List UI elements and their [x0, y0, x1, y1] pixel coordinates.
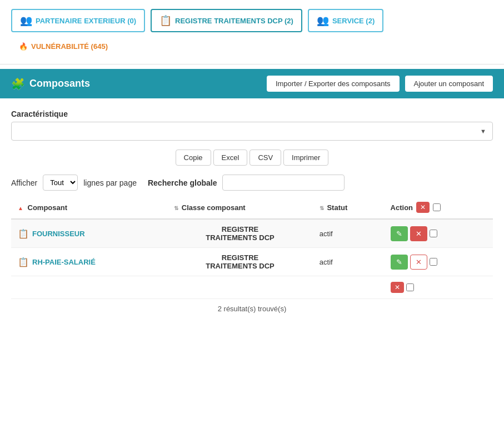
composant-cell-1: 📋 FOURNISSEUR [11, 219, 167, 248]
delete-empty-button[interactable]: ✕ [391, 282, 404, 293]
col-statut: ⇅ Statut [313, 196, 384, 219]
action-header: Action ✕ [391, 202, 486, 213]
classe-cell-2: REGISTRETRAITEMENTS DCP [167, 248, 313, 276]
page-size-select[interactable]: Tout 10 25 50 100 [43, 175, 78, 191]
composant-cell-2: 📋 RH-PAIE-SALARIÉ [11, 248, 167, 276]
row-checkbox-2[interactable] [430, 258, 437, 266]
col-action: Action ✕ [384, 196, 493, 219]
delete-outline-button-2[interactable]: ✕ [410, 255, 427, 270]
action-cell-1: ✎ ✕ [384, 219, 493, 248]
section-title: 🧩 Composants [11, 77, 90, 91]
composant-edit-icon-1: 📋 [18, 228, 29, 239]
table-row: 📋 RH-PAIE-SALARIÉ REGISTRETRAITEMENTS DC… [11, 248, 493, 276]
excel-button[interactable]: Excel [213, 150, 248, 166]
imprimer-button[interactable]: Imprimer [283, 150, 328, 166]
delete-button-1[interactable]: ✕ [410, 226, 427, 241]
sort-statut-icon: ⇅ [320, 205, 324, 211]
delete-all-button[interactable]: ✕ [416, 202, 430, 213]
sort-asc-icon: ▲ [18, 205, 23, 211]
row-checkbox-empty[interactable] [406, 283, 414, 291]
table-controls: Afficher Tout 10 25 50 100 lignes par pa… [11, 175, 493, 191]
empty-cell-3 [313, 276, 384, 299]
caracteristique-select-wrapper [11, 122, 493, 141]
partenaire-icon: 👥 [20, 14, 32, 27]
action-cell-2: ✎ ✕ [384, 248, 493, 276]
select-all-checkbox[interactable] [433, 203, 441, 211]
vulnerabilite-icon: 🔥 [19, 42, 28, 51]
nav-service[interactable]: 👥 SERVICE (2) [308, 9, 383, 32]
recherche-label: Recherche globale [148, 178, 217, 187]
nav-vulnerabilite[interactable]: 🔥 VULNÉRABILITÉ (645) [11, 38, 116, 55]
table-empty-row: ✕ [11, 276, 493, 299]
composant-name-2: RH-PAIE-SALARIÉ [32, 258, 96, 266]
caracteristique-select[interactable] [11, 122, 493, 141]
classe-cell-1: REGISTRETRAITEMENTS DCP [167, 219, 313, 248]
section-header: 🧩 Composants Importer / Exporter des com… [0, 69, 504, 98]
copie-button[interactable]: Copie [176, 150, 211, 166]
empty-cell-1 [11, 276, 167, 299]
export-buttons-group: Copie Excel CSV Imprimer [11, 150, 493, 166]
statut-cell-2: actif [313, 248, 384, 276]
row-checkbox-1[interactable] [430, 230, 437, 237]
nav-registre-traitements[interactable]: 📋 REGISTRE TRAITEMENTS DCP (2) [151, 9, 302, 32]
composants-table: ▲ Composant ⇅ Classe composant ⇅ Statut … [11, 196, 493, 299]
import-export-button[interactable]: Importer / Exporter des composants [267, 76, 400, 92]
edit-button-1[interactable]: ✎ [391, 226, 408, 241]
content-area: Caractéristique Copie Excel CSV Imprimer… [0, 98, 504, 324]
csv-button[interactable]: CSV [249, 150, 281, 166]
statut-cell-1: actif [313, 219, 384, 248]
caracteristique-label: Caractéristique [11, 109, 493, 118]
top-navigation: 👥 PARTENAIRE EXTERIEUR (0) 📋 REGISTRE TR… [0, 0, 504, 61]
empty-action-cell: ✕ [384, 276, 493, 299]
lignes-par-page-label: lignes par page [83, 178, 137, 187]
table-header-row: ▲ Composant ⇅ Classe composant ⇅ Statut … [11, 196, 493, 219]
empty-cell-2 [167, 276, 313, 299]
sort-both-icon: ⇅ [174, 205, 178, 211]
recherche-input[interactable] [222, 175, 345, 191]
caracteristique-group: Caractéristique [11, 109, 493, 141]
col-composant[interactable]: ▲ Composant [11, 196, 167, 219]
section-actions: Importer / Exporter des composants Ajout… [267, 76, 493, 92]
add-composant-button[interactable]: Ajouter un composant [405, 76, 493, 92]
nav-partenaire-exterieur[interactable]: 👥 PARTENAIRE EXTERIEUR (0) [11, 9, 145, 32]
service-icon: 👥 [317, 14, 329, 27]
results-text: 2 résultat(s) trouvé(s) [11, 305, 493, 313]
registre-icon: 📋 [159, 14, 172, 27]
composant-name-1: FOURNISSEUR [32, 230, 85, 238]
afficher-label: Afficher [11, 178, 37, 187]
composant-edit-icon-2: 📋 [18, 257, 29, 267]
col-classe: ⇅ Classe composant [167, 196, 313, 219]
table-row: 📋 FOURNISSEUR REGISTRETRAITEMENTS DCP ac… [11, 219, 493, 248]
edit-button-2[interactable]: ✎ [391, 255, 408, 270]
puzzle-icon: 🧩 [11, 77, 25, 91]
nav-divider [0, 64, 504, 64]
